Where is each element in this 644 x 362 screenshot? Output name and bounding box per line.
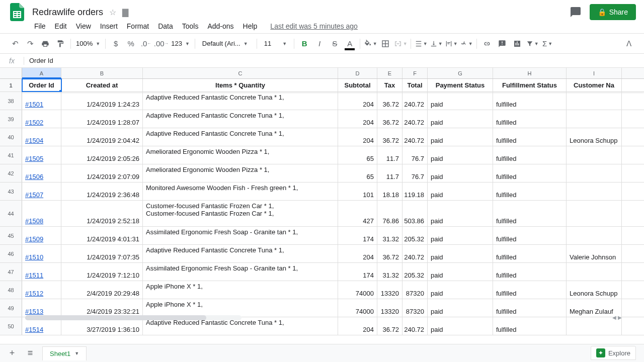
cell-fulfillment[interactable]: fulfilled [493, 227, 567, 244]
cell-items[interactable]: Apple iPhone X * 1, [143, 281, 338, 299]
filter-icon[interactable]: ▼ [525, 37, 539, 51]
cell-total[interactable]: 240.72 [403, 128, 428, 146]
cell-total[interactable]: 240.72 [403, 110, 428, 128]
vertical-align-icon[interactable]: ▼ [429, 37, 443, 51]
cell-customer[interactable] [567, 201, 622, 226]
cell-fulfillment[interactable]: fulfilled [493, 164, 567, 182]
more-formats-dropdown[interactable]: 123▼ [169, 40, 192, 47]
col-header-f[interactable]: F [403, 68, 428, 78]
horizontal-align-icon[interactable]: ▼ [414, 37, 428, 51]
cell-customer[interactable] [567, 227, 622, 244]
cell-header-orderid[interactable]: Order Id [22, 79, 61, 92]
cell-created[interactable]: 1/24/2019 1:24:23 [61, 92, 143, 110]
menu-help[interactable]: Help [243, 22, 258, 30]
cell-payment[interactable]: paid [428, 263, 493, 281]
cell-customer[interactable]: Valerie Johnson [567, 245, 622, 262]
comments-icon[interactable] [570, 6, 582, 18]
cell-fulfillment[interactable]: fulfilled [493, 299, 567, 317]
text-color-icon[interactable]: A [343, 37, 357, 51]
row-header[interactable]: 39 [0, 110, 22, 128]
cell-tax[interactable]: 13320 [377, 281, 403, 299]
col-header-a[interactable]: A [22, 68, 61, 78]
cell-orderid[interactable]: #1507 [22, 183, 61, 200]
spreadsheet-grid[interactable]: A B C D E F G H I 1 Order Id Created at … [0, 68, 644, 339]
font-family-dropdown[interactable]: Default (Ari...▼ [198, 40, 254, 47]
cell-fulfillment[interactable]: fulfilled [493, 183, 567, 200]
cell-subtotal[interactable]: 174 [338, 263, 377, 281]
cell-tax[interactable]: 31.32 [377, 263, 403, 281]
cell-payment[interactable]: paid [428, 299, 493, 317]
cell-total[interactable]: 503.86 [403, 201, 428, 226]
formula-input[interactable]: Order Id [24, 57, 644, 64]
vertical-scrollbar[interactable] [624, 143, 629, 339]
cell-orderid[interactable]: #1508 [22, 201, 61, 226]
row-header[interactable]: 41 [0, 146, 22, 164]
menu-tools[interactable]: Tools [182, 22, 199, 30]
cell-created[interactable]: 1/24/2019 7:12:10 [61, 263, 143, 281]
cell-payment[interactable]: paid [428, 183, 493, 200]
row-header[interactable]: 46 [0, 245, 22, 262]
cell-customer[interactable] [567, 263, 622, 281]
cell-payment[interactable]: paid [428, 110, 493, 128]
cell-customer[interactable] [567, 146, 622, 164]
sheets-logo-icon[interactable] [8, 3, 26, 21]
row-header[interactable]: 50 [0, 317, 22, 335]
add-sheet-icon[interactable]: + [6, 348, 18, 358]
cell-fulfillment[interactable]: fulfilled [493, 110, 567, 128]
sheet-tab-caret-icon[interactable]: ▼ [74, 351, 79, 356]
menu-addons[interactable]: Add-ons [207, 22, 233, 30]
cell-created[interactable]: 1/24/2019 4:01:31 [61, 227, 143, 244]
cell-orderid[interactable]: #1510 [22, 245, 61, 262]
strikethrough-icon[interactable]: S [328, 37, 342, 51]
redo-icon[interactable]: ↷ [23, 37, 37, 51]
font-size-dropdown[interactable]: 11▼ [260, 40, 291, 47]
cell-fulfillment[interactable]: fulfilled [493, 128, 567, 146]
cell-tax[interactable]: 36.72 [377, 317, 403, 335]
cell-created[interactable]: 1/24/2019 2:07:09 [61, 164, 143, 182]
cell-tax[interactable]: 31.32 [377, 227, 403, 244]
horizontal-scrollbar[interactable] [25, 315, 242, 320]
cell-subtotal[interactable]: 204 [338, 128, 377, 146]
cell-fulfillment[interactable]: fulfilled [493, 92, 567, 110]
merge-cells-icon[interactable]: ▼ [393, 37, 408, 51]
cell-total[interactable]: 87320 [403, 281, 428, 299]
cell-items[interactable]: Assimilated Ergonomic Fresh Soap - Grani… [143, 227, 338, 244]
cell-header-created[interactable]: Created at [61, 79, 143, 92]
cell-fulfillment[interactable]: fulfilled [493, 317, 567, 335]
cell-created[interactable]: 2/4/2019 20:29:48 [61, 281, 143, 299]
cell-orderid[interactable]: #1506 [22, 164, 61, 182]
cell-payment[interactable]: paid [428, 245, 493, 262]
cell-tax[interactable]: 36.72 [377, 245, 403, 262]
bold-icon[interactable]: B [297, 37, 311, 51]
cell-created[interactable]: 1/24/2019 2:05:26 [61, 146, 143, 164]
functions-icon[interactable]: Σ▼ [540, 37, 554, 51]
currency-icon[interactable]: $ [109, 37, 123, 51]
row-header[interactable]: 44 [0, 201, 22, 226]
paint-format-icon[interactable] [53, 37, 67, 51]
col-header-h[interactable]: H [493, 68, 567, 78]
row-header[interactable]: 45 [0, 227, 22, 244]
menu-edit[interactable]: Edit [55, 22, 67, 30]
cell-tax[interactable]: 13320 [377, 299, 403, 317]
cell-total[interactable]: 240.72 [403, 317, 428, 335]
cell-payment[interactable]: paid [428, 92, 493, 110]
col-header-g[interactable]: G [428, 68, 493, 78]
cell-orderid[interactable]: #1502 [22, 110, 61, 128]
text-wrap-icon[interactable]: ▼ [444, 37, 458, 51]
italic-icon[interactable]: I [312, 37, 327, 51]
row-header[interactable]: 48 [0, 281, 22, 299]
cell-total[interactable]: 87320 [403, 299, 428, 317]
cell-orderid[interactable]: #1504 [22, 128, 61, 146]
col-header-i[interactable]: I [567, 68, 622, 78]
cell-tax[interactable]: 18.18 [377, 183, 403, 200]
cell-tax[interactable]: 36.72 [377, 110, 403, 128]
cell-tax[interactable]: 36.72 [377, 92, 403, 110]
cell-tax[interactable]: 76.86 [377, 201, 403, 226]
cell-created[interactable]: 2/4/2019 23:32:21 [61, 299, 143, 317]
cell-payment[interactable]: paid [428, 128, 493, 146]
col-header-e[interactable]: E [377, 68, 403, 78]
cell-items[interactable]: Ameliorated Ergonomic Wooden Pizza * 1, [143, 164, 338, 182]
cell-payment[interactable]: paid [428, 201, 493, 226]
cell-payment[interactable]: paid [428, 146, 493, 164]
cell-header-customer[interactable]: Customer Na [567, 79, 622, 92]
